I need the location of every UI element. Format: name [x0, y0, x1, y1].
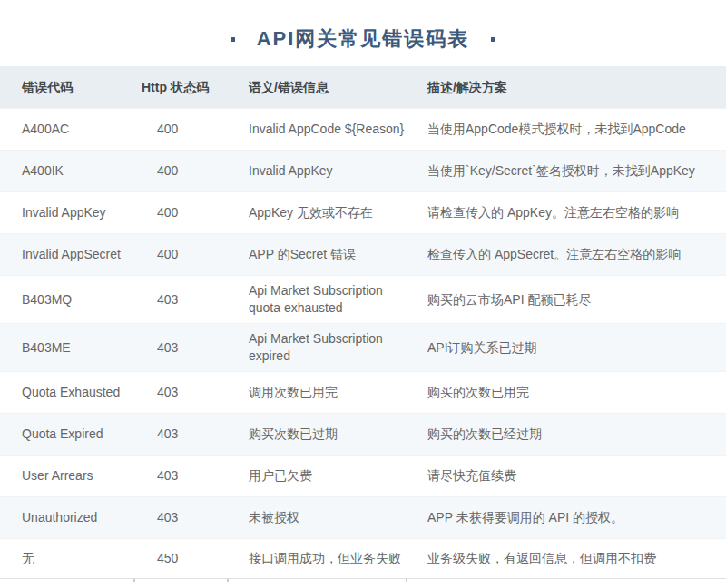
cell-description: 请尽快充值续费	[406, 467, 726, 485]
cell-message: Invalid AppKey	[227, 162, 406, 180]
cell-http-status: 400	[133, 162, 227, 180]
column-divider	[133, 579, 135, 582]
cell-error-code: Quota Expired	[0, 426, 133, 443]
title-dot-left	[231, 37, 235, 42]
cell-message: 接口调用成功，但业务失败	[227, 550, 406, 567]
cell-message: Api Market Subscription quota exhausted	[227, 282, 406, 317]
cell-error-code: 无	[0, 550, 133, 567]
cell-message: 未被授权	[227, 509, 406, 526]
cell-http-status: 400	[133, 246, 227, 263]
cell-description: 检查传入的 AppSecret。注意左右空格的影响	[406, 246, 726, 263]
cell-http-status: 403	[133, 467, 227, 485]
cell-description: 购买的云市场API 配额已耗尽	[406, 291, 726, 309]
column-header-error-code: 错误代码	[0, 79, 133, 96]
cell-description: 业务级失败，有返回信息，但调用不扣费	[406, 550, 726, 567]
table-row: B403ME 403 Api Market Subscription expir…	[0, 323, 726, 371]
cell-message: 调用次数已用完	[227, 384, 406, 401]
table-row: Quota Expired 403 购买次数已过期 购买的次数已经过期	[0, 413, 726, 455]
table-row: Quota Exhausted 403 调用次数已用完 购买的次数已用完	[0, 371, 726, 413]
column-header-message: 语义/错误信息	[227, 79, 406, 96]
table-row: Unauthorized 403 未被授权 APP 未获得要调用的 API 的授…	[0, 496, 726, 538]
cell-error-code: B403ME	[0, 339, 133, 357]
table-row: A400AC 400 Invalid AppCode ${Reason} 当使用…	[0, 108, 726, 150]
cell-description: API订购关系已过期	[406, 339, 726, 357]
cell-error-code: User Arrears	[0, 467, 133, 485]
table-row: A400IK 400 Invalid AppKey 当使用`Key/Secret…	[0, 150, 726, 191]
cell-http-status: 400	[133, 204, 227, 221]
table-row: Invalid AppSecret 400 APP 的Secret 错误 检查传…	[0, 233, 726, 275]
cell-http-status: 403	[133, 291, 227, 309]
table-header-row: 错误代码 Http 状态码 语义/错误信息 描述/解决方案	[0, 66, 726, 108]
cutoff-next-row	[0, 579, 726, 587]
cell-http-status: 403	[133, 426, 227, 443]
cell-error-code: Unauthorized	[0, 509, 133, 526]
cell-message: Invalid AppCode ${Reason}	[227, 121, 406, 138]
column-divider	[406, 579, 407, 582]
cell-error-code: Invalid AppKey	[0, 204, 133, 221]
cell-http-status: 403	[133, 339, 227, 357]
table-row: B403MQ 403 Api Market Subscription quota…	[0, 275, 726, 323]
cell-error-code: A400AC	[0, 121, 133, 138]
cell-http-status: 450	[133, 550, 227, 567]
page-title-bar: API网关常见错误码表	[0, 0, 726, 50]
cell-description: 请检查传入的 AppKey。注意左右空格的影响	[406, 204, 726, 221]
cell-description: 当使用`Key/Secret`签名授权时，未找到AppKey	[406, 162, 726, 180]
cell-message: 用户已欠费	[227, 467, 406, 485]
cell-error-code: Quota Exhausted	[0, 384, 133, 401]
table-row: Invalid AppKey 400 AppKey 无效或不存在 请检查传入的 …	[0, 191, 726, 233]
cell-error-code: A400IK	[0, 162, 133, 180]
table-body: A400AC 400 Invalid AppCode ${Reason} 当使用…	[0, 108, 726, 579]
title-dot-right	[491, 37, 495, 42]
error-code-table: 错误代码 Http 状态码 语义/错误信息 描述/解决方案 A400AC 400…	[0, 66, 726, 587]
column-divider	[227, 579, 229, 582]
table-row: 无 450 接口调用成功，但业务失败 业务级失败，有返回信息，但调用不扣费	[0, 538, 726, 579]
table-row: User Arrears 403 用户已欠费 请尽快充值续费	[0, 455, 726, 496]
cell-message: AppKey 无效或不存在	[227, 204, 406, 221]
cell-http-status: 403	[133, 384, 227, 401]
cell-http-status: 403	[133, 509, 227, 526]
cell-error-code: B403MQ	[0, 291, 133, 309]
cell-message: Api Market Subscription expired	[227, 330, 406, 365]
cell-description: 当使用AppCode模式授权时，未找到AppCode	[406, 121, 726, 138]
cell-message: 购买次数已过期	[227, 426, 406, 443]
cell-description: APP 未获得要调用的 API 的授权。	[406, 509, 726, 526]
cell-description: 购买的次数已用完	[406, 384, 726, 401]
page-title: API网关常见错误码表	[257, 25, 470, 53]
cell-http-status: 400	[133, 121, 227, 138]
cell-message: APP 的Secret 错误	[227, 246, 406, 263]
cell-description: 购买的次数已经过期	[406, 426, 726, 443]
cell-error-code: Invalid AppSecret	[0, 246, 133, 263]
column-header-description: 描述/解决方案	[406, 79, 726, 96]
column-header-http-status: Http 状态码	[133, 79, 227, 96]
